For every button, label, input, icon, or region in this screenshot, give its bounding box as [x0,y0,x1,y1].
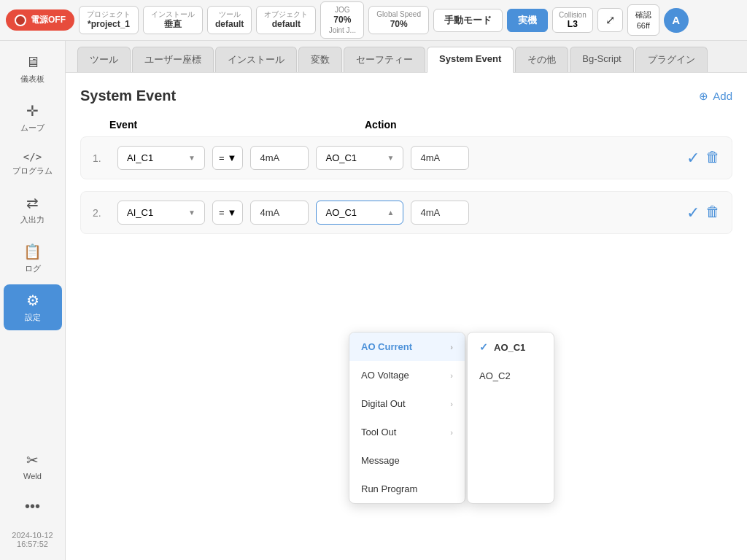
install-value: 垂直 [164,19,182,31]
row1-delete-icon[interactable]: 🗑 [705,149,720,168]
chevron-right-icon: › [450,400,453,408]
tab-bar: ツール ユーザー座標 インストール 変数 セーフティー System Event… [66,41,747,73]
tab-other[interactable]: その他 [515,47,568,72]
dropdown-item-digital-out[interactable]: Digital Out › [349,389,465,418]
tool-value: default [215,19,244,31]
tab-plugin[interactable]: プラグイン [635,47,708,72]
dropdown-item-label: AO Current [361,341,412,352]
collision-value: L3 [568,19,578,29]
expand-button[interactable]: ⤢ [597,8,623,32]
power-button[interactable]: 電源OFF [6,9,74,31]
row2-event-select[interactable]: AI_C1 ▼ [117,201,205,225]
event-col-header: Event [109,119,357,131]
row2-event-value[interactable]: 4mA [250,201,309,225]
settings-icon: ⚙ [26,292,39,309]
jog-label: JOG [335,5,350,15]
sidebar-item-label-move: ムーブ [20,122,44,133]
confirm-line2: 66ff [635,20,651,31]
sidebar-item-log[interactable]: 📋 ログ [4,236,62,281]
check-icon: ✓ [479,341,488,353]
sidebar-item-label-weld: Weld [23,472,42,481]
row1-action-select[interactable]: AO_C1 ▼ [316,146,403,170]
dropdown-sub-item-ao-c2[interactable]: AO_C2 [468,362,554,390]
global-speed-group[interactable]: Global Speed 70% [368,6,429,34]
row2-action-value[interactable]: 4mA [411,201,469,225]
dropdown-sub-item-label: AO_C2 [479,370,511,381]
tool-label: ツール [219,9,241,19]
sidebar-item-more[interactable]: ••• [4,491,62,522]
eq-chevron-icon: ▼ [228,152,237,163]
jog-group[interactable]: JOG 70% Joint J... [320,1,364,39]
dropdown-item-label: AO Voltage [361,370,409,381]
add-button[interactable]: ⊕ Add [699,90,732,103]
content-area: System Event ⊕ Add Event Action 1. AI_C1… [66,73,747,560]
row-number-2: 2. [93,207,110,219]
row1-event-value[interactable]: 4mA [250,146,309,170]
dropdown-item-message[interactable]: Message [349,446,465,475]
chevron-down-icon: ▼ [188,154,196,162]
weld-icon: ✂ [26,451,39,469]
project-label: プロジェクト [87,9,131,19]
row1-actions: ✓ 🗑 [686,149,720,168]
tab-system-event[interactable]: System Event [427,47,514,73]
tab-variable[interactable]: 変数 [298,47,342,72]
install-group[interactable]: インストール 垂直 [143,6,203,34]
row2-action-select-value: AO_C1 [325,207,357,218]
real-button[interactable]: 実機 [507,9,548,32]
dropdown-item-tool-out[interactable]: Tool Out › [349,418,465,446]
sidebar-item-io[interactable]: ⇄ 入出力 [4,187,62,233]
chevron-down-icon: ▼ [387,154,395,162]
row2-delete-icon[interactable]: 🗑 [705,203,720,222]
object-group[interactable]: オブジェクト default [256,6,316,34]
power-label: 電源OFF [31,14,66,26]
row1-eq-select[interactable]: = ▼ [212,146,243,170]
jog-sub: Joint J... [329,26,356,35]
tab-install[interactable]: インストール [215,47,297,72]
object-value: default [272,19,301,31]
dropdown-sub-item-label: AO_C1 [494,342,525,353]
tool-group[interactable]: ツール default [207,6,252,34]
row1-action-value[interactable]: 4mA [411,146,469,170]
dropdown-item-run-program[interactable]: Run Program [349,475,465,503]
table-row: 1. AI_C1 ▼ = ▼ 4mA AO_C1 ▼ 4mA ✓ 🗑 [80,136,732,179]
row2-actions: ✓ 🗑 [686,203,720,222]
sidebar-item-label-io: 入出力 [20,214,44,225]
row1-event-select-value: AI_C1 [127,152,153,163]
sidebar-item-settings[interactable]: ⚙ 設定 [4,284,62,330]
chevron-right-icon: › [450,343,453,351]
dropdown-overlay: AO Current › AO Voltage › Digital Out › … [349,332,554,504]
eq-chevron-icon: ▼ [228,207,237,218]
tab-bg-script[interactable]: Bg-Script [570,47,633,72]
row1-event-select[interactable]: AI_C1 ▼ [117,146,205,170]
panel-title: System Event [80,88,176,104]
manual-mode-button[interactable]: 手動モード [433,9,503,32]
dropdown-item-ao-voltage[interactable]: AO Voltage › [349,361,465,389]
row1-confirm-icon[interactable]: ✓ [686,149,700,168]
sidebar-item-dashboard[interactable]: 🖥 儀表板 [4,47,62,92]
collision-group[interactable]: Collision L3 [552,7,593,33]
avatar[interactable]: A [664,8,689,33]
tab-tool[interactable]: ツール [77,47,131,72]
power-icon [15,15,26,26]
install-label: インストール [151,9,195,19]
dropdown-item-label: Tool Out [361,427,396,438]
row2-eq-select[interactable]: = ▼ [212,201,243,225]
program-icon: </> [23,151,42,163]
datetime: 2024-10-1216:57:52 [12,525,53,554]
dropdown-sub-item-ao-c1[interactable]: ✓ AO_C1 [468,332,554,362]
tab-safety[interactable]: セーフティー [344,47,425,72]
sidebar-item-program[interactable]: </> プログラム [4,144,62,184]
dropdown-item-ao-current[interactable]: AO Current › [349,332,465,361]
tab-user-coord[interactable]: ユーザー座標 [132,47,214,72]
chevron-up-icon: ▲ [387,209,395,217]
row2-action-select[interactable]: AO_C1 ▲ [316,201,403,225]
global-speed-label: Global Speed [376,9,421,19]
sidebar-item-move[interactable]: ✛ ムーブ [4,95,62,141]
project-value: *project_1 [88,19,130,31]
confirm-button[interactable]: 確認 66ff [627,4,659,36]
panel-header: System Event ⊕ Add [80,88,732,104]
project-group[interactable]: プロジェクト *project_1 [79,6,139,34]
table-header: Event Action [80,119,732,136]
row2-confirm-icon[interactable]: ✓ [686,203,700,222]
sidebar-item-weld[interactable]: ✂ Weld [4,444,62,488]
